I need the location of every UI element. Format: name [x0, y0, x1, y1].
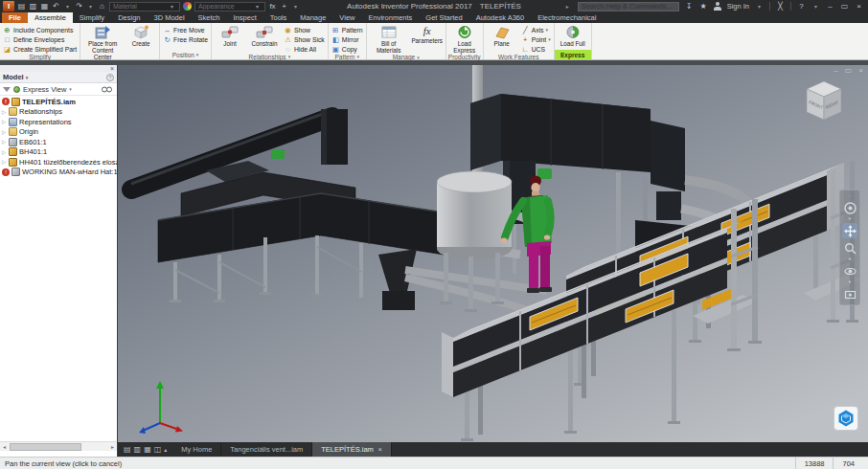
browser-help-icon[interactable]: ? [106, 74, 114, 81]
copy-button[interactable]: ▣ Copy [331, 45, 363, 54]
scrollbar-thumb[interactable] [10, 443, 81, 451]
orbit-tool-icon[interactable] [842, 263, 857, 279]
create-component-button[interactable]: Create [126, 25, 156, 47]
search-expand-caret-icon[interactable]: ▸ [563, 1, 572, 11]
expander-icon[interactable]: ▷ [2, 119, 7, 124]
find-binoculars-icon[interactable] [102, 85, 112, 93]
browser-title-caret-icon[interactable]: ▾ [26, 75, 29, 80]
view-filter-label[interactable]: Express View [23, 85, 66, 94]
measure-plus-button[interactable]: + [280, 1, 288, 11]
minimize-button[interactable]: – [826, 1, 834, 11]
expander-icon[interactable]: ▷ [2, 109, 7, 115]
navbar-handle[interactable]: ◦ [849, 193, 851, 198]
tab-design[interactable]: Design [111, 12, 147, 23]
tree-item-eb601[interactable]: ▷ EB601:1 [0, 137, 117, 147]
view-filter-caret-icon[interactable]: ▾ [69, 86, 72, 92]
scroll-right-arrow-icon[interactable]: ▸ [108, 443, 117, 450]
color-wheel-icon[interactable] [183, 2, 192, 11]
doc-minimize-icon[interactable]: – [834, 66, 837, 75]
sign-in-caret-icon[interactable]: ▾ [755, 1, 764, 11]
doc-close-icon[interactable]: × [858, 66, 863, 75]
ribbon-group-label-work-features[interactable]: Work Features [484, 54, 554, 60]
joint-button[interactable]: Joint [215, 25, 245, 47]
tile-vertical-icon[interactable]: ▤ [124, 445, 131, 454]
fx-parameters-button[interactable]: fx [268, 1, 277, 11]
doc-restore-icon[interactable]: ▭ [845, 66, 853, 75]
tab-3d-model[interactable]: 3D Model [147, 12, 191, 23]
ucs-button[interactable]: ∟ UCS [521, 45, 551, 54]
ribbon-group-label-relationships[interactable]: Relationships ▾ [212, 54, 328, 60]
constrain-button[interactable]: Constrain [249, 25, 280, 47]
new-file-button[interactable]: ▤ [17, 1, 26, 11]
tree-item-relationships[interactable]: ▷ Relationships [0, 107, 117, 118]
define-envelopes-button[interactable]: □ Define Envelopes [3, 35, 77, 44]
scroll-left-arrow-icon[interactable]: ◂ [0, 443, 9, 450]
restore-button[interactable]: ▭ [840, 1, 849, 11]
browser-horizontal-scrollbar[interactable]: ◂ ▸ [0, 441, 117, 451]
tab-environments[interactable]: Environments [361, 12, 419, 23]
tab-tools[interactable]: Tools [263, 12, 294, 23]
favorites-star-icon[interactable]: ★ [699, 1, 708, 11]
tree-item-working-man[interactable]: ! WORKING MAN-wHard Hat:1 (Unresolved) [0, 168, 117, 178]
tree-item-origin[interactable]: ▷ Origin [0, 127, 117, 138]
axis-button[interactable]: ╱ Axis ▾ [521, 26, 551, 34]
load-express-button[interactable]: Load Express [449, 25, 480, 54]
appearance-select[interactable]: Appearance ▾ [194, 2, 265, 11]
browser-title[interactable]: Model [3, 73, 24, 81]
browser-close-icon[interactable]: × [110, 65, 114, 72]
tab-close-icon[interactable]: × [378, 446, 382, 453]
tab-assemble[interactable]: Assemble [28, 12, 73, 23]
help-button[interactable]: ? [797, 1, 806, 11]
free-move-button[interactable]: ↔ Free Move [163, 26, 208, 34]
tab-autodesk-a360[interactable]: Autodesk A360 [469, 12, 531, 23]
include-components-button[interactable]: ⊕ Include Components [3, 26, 77, 34]
full-navigation-wheel-icon[interactable] [842, 200, 857, 215]
import-icon[interactable]: ↧ [685, 1, 694, 11]
tab-my-home[interactable]: My Home [172, 442, 221, 457]
orbit-caret-icon[interactable]: ▾ [849, 280, 851, 284]
search-input[interactable] [578, 2, 679, 11]
tab-manage[interactable]: Manage [293, 12, 332, 23]
expander-icon[interactable]: ▷ [2, 149, 7, 155]
tab-sketch[interactable]: Sketch [192, 12, 227, 23]
bill-of-materials-button[interactable]: Bill of Materials [370, 25, 408, 54]
ribbon-group-label-position[interactable]: Position ▾ [160, 50, 211, 59]
close-button[interactable]: × [855, 1, 863, 11]
scrollbar-track[interactable] [9, 443, 108, 451]
pan-tool-icon[interactable] [842, 223, 857, 238]
tab-view[interactable]: View [332, 12, 361, 23]
plane-button[interactable]: Plane [487, 25, 517, 47]
tile-horizontal-icon[interactable]: ▥ [134, 445, 142, 454]
tab-telepites-iam[interactable]: TELEPÍTÉS.iam × [312, 442, 392, 457]
save-button[interactable]: ▦ [40, 1, 49, 11]
navbar-caret-icon[interactable]: ▾ [849, 217, 851, 221]
tree-item-representations[interactable]: ▷ Representations [0, 117, 117, 127]
show-button[interactable]: ◉ Show [284, 26, 325, 34]
help-caret-icon[interactable]: ▾ [811, 1, 820, 11]
filter-funnel-icon[interactable] [3, 87, 11, 92]
tab-tangencialis-vent[interactable]: Tangenciális vent...iam [221, 442, 312, 457]
look-at-tool-icon[interactable] [842, 286, 857, 302]
free-rotate-button[interactable]: ↻ Free Rotate [163, 35, 208, 44]
a360-share-badge[interactable] [834, 406, 858, 431]
show-sick-button[interactable]: ⚠ Show Sick [284, 35, 325, 44]
tree-item-assembly-root[interactable]: ! TELEPÍTÉS.iam [0, 97, 117, 107]
place-from-content-center-button[interactable]: Place from Content Center [83, 25, 122, 60]
cascade-icon[interactable]: ▦ [144, 445, 151, 454]
tab-inspect[interactable]: Inspect [227, 12, 263, 23]
graphics-viewport[interactable]: – ▭ × FRONT RIGHT ◦ ▾ [118, 65, 868, 442]
ribbon-group-label-pattern[interactable]: Pattern ▾ [329, 54, 366, 60]
redo-caret-icon[interactable]: ▾ [86, 1, 95, 11]
expander-icon[interactable]: ▷ [2, 139, 7, 145]
tab-get-started[interactable]: Get Started [419, 12, 468, 23]
expander-icon[interactable]: ▷ [2, 129, 7, 135]
switch-window-icon[interactable]: ◫ [154, 445, 162, 454]
ribbon-group-label-simplify[interactable]: Simplify [0, 54, 80, 60]
sign-in-person-icon[interactable] [714, 2, 721, 11]
ribbon-group-label-express[interactable]: Express [555, 50, 591, 59]
expander-icon[interactable]: ▷ [2, 159, 7, 165]
view-cube[interactable]: FRONT RIGHT [801, 77, 847, 123]
load-full-button[interactable]: Load Full [558, 25, 588, 47]
tab-file[interactable]: File [2, 12, 28, 23]
undo-caret-icon[interactable]: ▾ [63, 1, 72, 11]
